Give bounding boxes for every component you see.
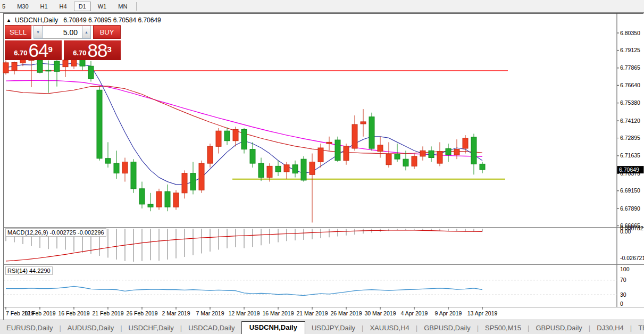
svg-text:0.00: 0.00 [620, 228, 631, 235]
candle [454, 149, 459, 155]
svg-text:13 Apr 2019: 13 Apr 2019 [467, 310, 498, 316]
symbol-tab-usdcad-daily[interactable]: USDCAD,Daily [182, 322, 241, 334]
candle [284, 165, 289, 172]
candle [318, 148, 323, 162]
chart-symbol-title: USDCNH,Daily [15, 16, 58, 24]
amount-decrease-button[interactable]: ▼ [34, 26, 43, 39]
candle [224, 131, 230, 141]
svg-text:6.70649: 6.70649 [619, 166, 639, 173]
macd-axis: 0.0007820.00-0.026721 [620, 225, 644, 261]
candle [37, 60, 43, 72]
rsi-axis: 10070300 [620, 266, 630, 307]
candle [267, 166, 272, 177]
collapse-triangle-icon[interactable]: ▲ [6, 18, 11, 23]
ma-fast-line [6, 63, 482, 185]
candle [480, 164, 485, 170]
svg-text:9 Apr 2019: 9 Apr 2019 [435, 310, 462, 316]
svg-text:21 Mar 2019: 21 Mar 2019 [297, 310, 328, 316]
svg-text:6.75380: 6.75380 [620, 99, 640, 106]
candle [105, 158, 111, 163]
candle [403, 159, 408, 166]
candle [12, 62, 17, 70]
lot-amount-input[interactable] [43, 26, 82, 39]
candle [88, 66, 94, 79]
candle [233, 130, 238, 141]
symbol-tab-usdcnh-daily[interactable]: USDCNH,Daily [241, 321, 305, 334]
candle [182, 173, 187, 193]
price-axis: 6.803506.791256.778656.766406.753806.741… [617, 30, 644, 229]
symbol-tab-gbpusd-daily[interactable]: GBPUSD,Daily [529, 322, 588, 334]
buy-price-box[interactable]: 6.70 88 3 [64, 40, 121, 60]
svg-text:16 Mar 2019: 16 Mar 2019 [263, 310, 294, 316]
svg-text:6.67890: 6.67890 [620, 205, 640, 212]
candle [207, 146, 213, 163]
candle [369, 117, 374, 148]
candle [361, 122, 366, 124]
candle [241, 130, 247, 149]
candle [395, 154, 400, 160]
candle [258, 163, 264, 178]
symbol-tab-xauusd-h4[interactable]: XAUUSD,H4 [363, 322, 415, 334]
svg-text:7 Mar 2019: 7 Mar 2019 [196, 310, 224, 316]
candle [471, 137, 476, 164]
spin-down-icon: ▼ [36, 30, 40, 34]
sell-price-pips: 64 [29, 42, 48, 59]
trading-app-window: { "toolbar": {"items": ["5", "M30", "H1"… [0, 0, 644, 334]
symbol-tab-eurusd-daily[interactable]: EURUSD,Daily [0, 322, 59, 334]
svg-text:30: 30 [620, 291, 626, 298]
svg-text:6.74120: 6.74120 [620, 118, 640, 124]
svg-text:6.80350: 6.80350 [620, 30, 640, 36]
sell-price-box[interactable]: 6.70 64 9 [5, 40, 62, 60]
candle [199, 163, 204, 190]
buy-price-prefix: 6.70 [73, 48, 86, 59]
symbol-tab-bar: EURUSD,Daily|AUDUSD,Daily|USDCHF,Daily|U… [0, 320, 644, 334]
candle [429, 151, 434, 157]
sell-price-prefix: 6.70 [14, 48, 27, 59]
svg-text:4 Apr 2019: 4 Apr 2019 [401, 310, 428, 316]
candle [148, 204, 153, 207]
candle [190, 173, 196, 190]
symbol-tab-sp500-m15[interactable]: SP500,M15 [479, 322, 528, 334]
chart-header: ▲ USDCNH,Daily 6.70849 6.70895 6.70584 6… [6, 16, 161, 24]
svg-text:21 Feb 2019: 21 Feb 2019 [93, 310, 124, 316]
buy-button[interactable]: BUY [93, 26, 121, 39]
symbol-tab-usdchf-daily[interactable]: USDCHF,Daily [122, 322, 180, 334]
candle [378, 145, 383, 152]
symbol-tab-audusd-daily[interactable]: AUDUSD,Daily [61, 322, 120, 334]
macd-indicator-label: MACD(12,26,9) -0.002725 -0.002296 [5, 228, 106, 237]
candle [63, 60, 68, 67]
svg-text:30 Mar 2019: 30 Mar 2019 [365, 310, 396, 316]
candle [122, 162, 128, 173]
svg-text:6.77865: 6.77865 [620, 64, 640, 71]
candle [327, 142, 332, 144]
candle [352, 124, 357, 148]
chart-ohlc-values: 6.70849 6.70895 6.70584 6.70649 [63, 16, 161, 24]
candle [3, 63, 9, 73]
svg-text:6.72895: 6.72895 [620, 135, 640, 141]
symbol-tab-gbpusd-daily[interactable]: GBPUSD,Daily [417, 322, 476, 334]
candle [335, 140, 340, 161]
candle [156, 191, 162, 207]
svg-text:16 Feb 2019: 16 Feb 2019 [58, 310, 90, 316]
amount-increase-button[interactable]: ▲ [82, 26, 91, 39]
candle [344, 146, 349, 161]
svg-text:12 Feb 2019: 12 Feb 2019 [24, 310, 56, 316]
spin-up-icon: ▲ [85, 30, 88, 34]
svg-text:6.69150: 6.69150 [620, 187, 640, 194]
symbol-tab-dj30-h4[interactable]: DJ30,H4 [590, 322, 630, 334]
candle [46, 70, 51, 71]
sell-button[interactable]: SELL [5, 26, 31, 39]
symbol-tab-tech100-h1[interactable]: TECH100,H1 [632, 322, 644, 334]
svg-text:6.71635: 6.71635 [620, 152, 640, 158]
candle [97, 90, 102, 158]
svg-text:26 Mar 2019: 26 Mar 2019 [331, 310, 362, 316]
current-price-tag: 6.70649 [617, 166, 644, 173]
candle [437, 152, 442, 164]
candle [420, 151, 425, 156]
buy-price-pips: 88 [88, 42, 107, 59]
candle [114, 163, 119, 173]
candle [412, 156, 417, 166]
candle [173, 193, 179, 207]
symbol-tab-usdjpy-daily[interactable]: USDJPY,Daily [305, 322, 362, 334]
candle [446, 148, 451, 155]
